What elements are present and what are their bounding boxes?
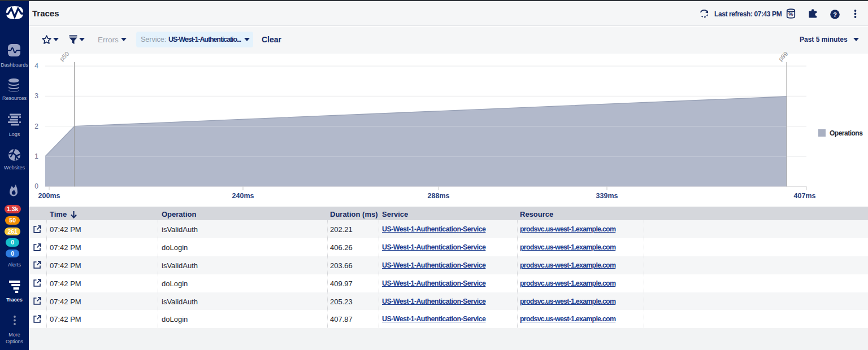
svg-text:1: 1 — [34, 152, 38, 160]
svg-text:0: 0 — [34, 182, 38, 190]
svg-text:407ms: 407ms — [794, 192, 816, 200]
svg-text:2: 2 — [34, 123, 38, 130]
svg-text:Operations: Operations — [830, 129, 863, 137]
svg-text:?: ? — [833, 11, 837, 18]
svg-text:240ms: 240ms — [232, 192, 254, 200]
svg-text:4: 4 — [34, 62, 38, 70]
svg-text:200ms: 200ms — [38, 192, 60, 200]
svg-text:3: 3 — [34, 92, 38, 100]
svg-text:339ms: 339ms — [596, 192, 618, 200]
svg-text:%: % — [788, 11, 793, 17]
svg-text:288ms: 288ms — [428, 192, 450, 200]
